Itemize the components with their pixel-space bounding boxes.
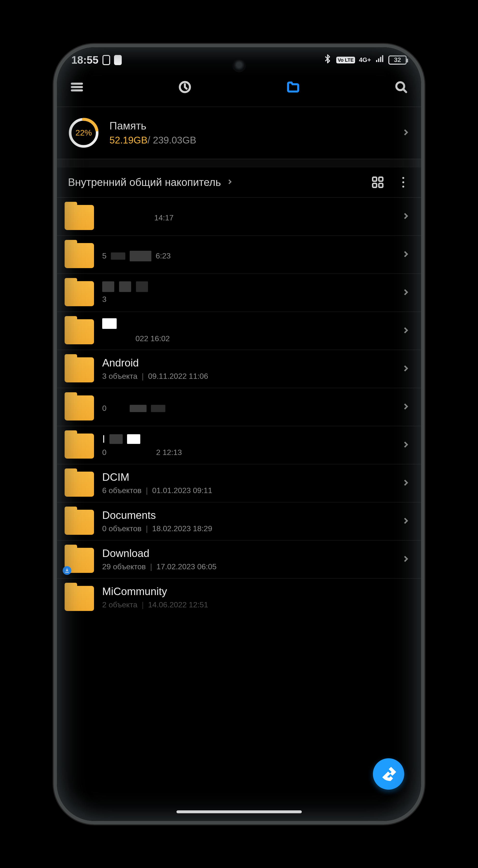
folder-name xyxy=(102,281,393,292)
storage-text: Память 52.19GB/ 239.03GB xyxy=(109,120,196,146)
top-nav xyxy=(57,67,421,106)
folder-date: 6:23 xyxy=(156,251,171,260)
folder-row[interactable]: 14:17 xyxy=(57,198,421,236)
files-tab-icon[interactable] xyxy=(284,78,302,96)
folder-icon xyxy=(65,319,94,344)
breadcrumb-label: Внутренний общий накопитель xyxy=(68,176,221,188)
chevron-right-icon xyxy=(401,440,410,450)
side-button-lower xyxy=(423,334,424,426)
chevron-right-icon xyxy=(401,517,410,526)
folder-name: MiCommunity xyxy=(102,585,410,597)
battery-indicator: 32 xyxy=(388,56,407,65)
phone-frame: 18:55 Vo LTE 4G+ 32 xyxy=(54,44,424,824)
breadcrumb[interactable]: Внутренний общий накопитель xyxy=(57,167,421,198)
recent-tab-icon[interactable] xyxy=(176,78,194,96)
folder-date: 17.02.2023 06:05 xyxy=(156,562,217,571)
folder-row[interactable]: I 0 2 12:13 xyxy=(57,426,421,464)
folder-date: 14.06.2022 12:51 xyxy=(148,600,208,609)
clean-fab-button[interactable] xyxy=(373,758,404,789)
volte-badge: Vo LTE xyxy=(336,57,355,63)
search-icon[interactable] xyxy=(392,78,410,96)
chevron-right-icon xyxy=(401,288,410,298)
folder-name: DCIM xyxy=(102,471,393,483)
folder-count: 29 объектов xyxy=(102,562,146,571)
chevron-right-icon xyxy=(401,326,410,336)
folder-row[interactable]: Android 3 объекта| 09.11.2022 11:06 xyxy=(57,350,421,388)
gesture-bar[interactable] xyxy=(177,810,302,813)
file-list: 14:17 5 6:23 xyxy=(57,198,421,821)
folder-icon xyxy=(65,281,94,306)
folder-icon xyxy=(65,510,94,535)
bluetooth-icon xyxy=(323,54,332,66)
status-indicator-solid xyxy=(114,55,122,65)
storage-panel[interactable]: 22% Память 52.19GB/ 239.03GB xyxy=(57,107,421,159)
folder-row[interactable]: 022 16:02 xyxy=(57,312,421,350)
folder-date: 01.01.2023 09:11 xyxy=(152,486,212,495)
svg-rect-6 xyxy=(373,183,377,187)
signal-label: 4G+ xyxy=(359,56,371,64)
folder-row[interactable]: Documents 0 объектов| 18.02.2023 18:29 xyxy=(57,502,421,540)
folder-row[interactable]: 3 xyxy=(57,274,421,312)
folder-name xyxy=(102,318,393,331)
folder-icon xyxy=(65,205,94,230)
folder-count: 0 объектов xyxy=(102,524,141,533)
folder-icon xyxy=(65,472,94,497)
svg-rect-4 xyxy=(373,177,377,181)
folder-icon xyxy=(65,548,94,573)
folder-name: Android xyxy=(102,357,393,369)
folder-name: I xyxy=(102,433,393,445)
folder-count: 6 объектов xyxy=(102,486,141,495)
folder-icon xyxy=(65,396,94,421)
more-vertical-icon[interactable] xyxy=(396,176,410,189)
storage-title: Память xyxy=(109,120,196,132)
status-indicator-outline xyxy=(102,55,110,65)
svg-rect-7 xyxy=(379,183,383,187)
storage-percent: 22% xyxy=(68,117,99,149)
folder-row[interactable]: DCIM 6 объектов| 01.01.2023 09:11 xyxy=(57,464,421,502)
folder-count: 3 объекта xyxy=(102,372,137,381)
folder-row[interactable]: 5 6:23 xyxy=(57,236,421,274)
folder-icon xyxy=(65,243,94,268)
front-camera xyxy=(232,59,246,72)
folder-row[interactable]: Download 29 объектов| 17.02.2023 06:05 xyxy=(57,540,421,579)
folder-name: Download xyxy=(102,547,393,559)
folder-date: 022 16:02 xyxy=(135,334,170,343)
signal-bars-icon xyxy=(375,54,384,66)
chevron-right-icon xyxy=(401,250,410,259)
folder-date: 14:17 xyxy=(154,213,173,222)
download-badge-icon xyxy=(63,566,71,575)
storage-total: 239.03GB xyxy=(150,135,196,145)
chevron-right-icon xyxy=(401,478,410,488)
chevron-right-icon xyxy=(401,364,410,374)
status-time: 18:55 xyxy=(71,54,99,66)
screen: 18:55 Vo LTE 4G+ 32 xyxy=(57,47,421,821)
chevron-right-icon xyxy=(401,402,410,412)
folder-icon xyxy=(65,357,94,382)
folder-date: 2 12:13 xyxy=(156,448,182,457)
chevron-right-icon xyxy=(401,555,410,564)
folder-row[interactable]: MiCommunity 2 объекта| 14.06.2022 12:51 xyxy=(57,579,421,613)
broom-icon xyxy=(381,766,396,782)
folder-name: Documents xyxy=(102,509,393,521)
chevron-right-icon xyxy=(226,179,233,186)
folder-row[interactable]: 0 xyxy=(57,388,421,426)
folder-icon xyxy=(65,434,94,459)
storage-sep: / xyxy=(148,135,150,145)
svg-rect-5 xyxy=(379,177,383,181)
side-button-upper xyxy=(423,243,424,305)
storage-ring: 22% xyxy=(68,117,99,149)
folder-date: 18.02.2023 18:29 xyxy=(152,524,212,533)
hamburger-menu-icon[interactable] xyxy=(68,78,86,96)
chevron-right-icon xyxy=(401,128,410,138)
folder-date: 09.11.2022 11:06 xyxy=(148,372,208,381)
chevron-right-icon xyxy=(401,212,410,221)
folder-icon xyxy=(65,586,94,611)
grid-view-icon[interactable] xyxy=(371,176,384,189)
storage-used: 52.19GB xyxy=(109,135,148,145)
section-gap xyxy=(57,159,421,167)
folder-count: 2 объекта xyxy=(102,600,137,609)
